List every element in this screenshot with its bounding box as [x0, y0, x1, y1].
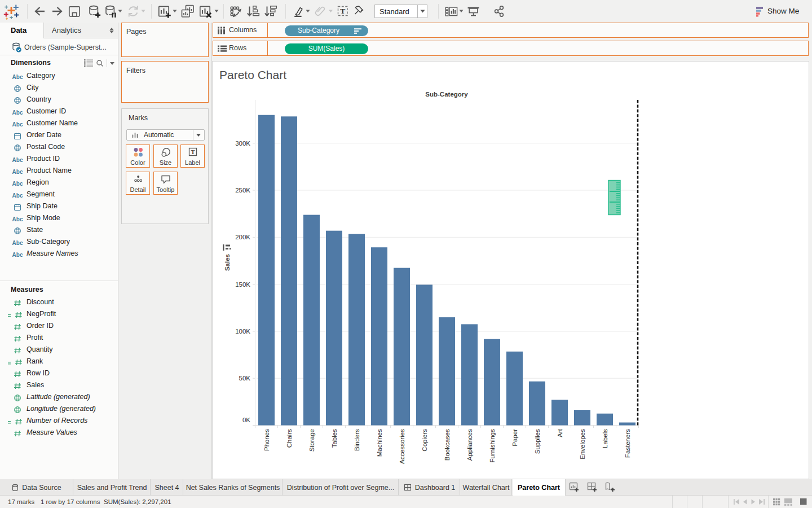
svg-text:T: T — [340, 7, 345, 15]
svg-text:Abc: Abc — [12, 110, 23, 116]
svg-text:0K: 0K — [242, 417, 250, 423]
svg-text:Abc: Abc — [12, 192, 23, 199]
svg-text:Chairs: Chairs — [286, 429, 293, 448]
svg-text:Art: Art — [557, 428, 563, 437]
svg-text:Sales: Sales — [224, 254, 231, 271]
svg-text:Binders: Binders — [354, 429, 360, 451]
svg-text:Abc: Abc — [12, 157, 23, 163]
svg-text:T: T — [191, 149, 195, 155]
svg-text:Paper: Paper — [511, 429, 518, 446]
svg-text:Phones: Phones — [263, 429, 270, 451]
svg-text:Bookcases: Bookcases — [444, 429, 451, 461]
svg-text:Standard: Standard — [379, 7, 409, 16]
svg-text:Machines: Machines — [376, 429, 383, 457]
svg-text:300K: 300K — [235, 140, 250, 147]
svg-text:Abc: Abc — [12, 121, 23, 128]
svg-text:Labels: Labels — [602, 429, 608, 448]
svg-text:Fasteners: Fasteners — [624, 429, 631, 458]
svg-text:150K: 150K — [235, 281, 250, 288]
svg-text:200K: 200K — [235, 234, 250, 240]
svg-text:Storage: Storage — [308, 429, 315, 452]
svg-text:Sub-Category: Sub-Category — [425, 91, 468, 98]
svg-text:Accessories: Accessories — [399, 429, 405, 464]
svg-text:100K: 100K — [235, 328, 250, 335]
svg-text:Envelopes: Envelopes — [579, 429, 586, 459]
svg-text:Furnishings: Furnishings — [489, 429, 496, 463]
svg-text:Abc: Abc — [12, 252, 23, 258]
svg-text:Abc: Abc — [12, 216, 23, 222]
svg-text:Abc: Abc — [12, 74, 23, 80]
svg-text:Abc: Abc — [12, 181, 23, 187]
svg-text:Tables: Tables — [331, 429, 338, 448]
svg-text:250K: 250K — [235, 187, 250, 194]
svg-text:Copiers: Copiers — [421, 429, 428, 452]
svg-text:Show Me: Show Me — [767, 7, 799, 15]
svg-text:Supplies: Supplies — [534, 429, 541, 454]
svg-text:50K: 50K — [239, 375, 251, 382]
svg-text:Abc: Abc — [12, 169, 23, 175]
svg-text:Appliances: Appliances — [466, 429, 473, 461]
svg-text:Abc: Abc — [12, 240, 23, 246]
